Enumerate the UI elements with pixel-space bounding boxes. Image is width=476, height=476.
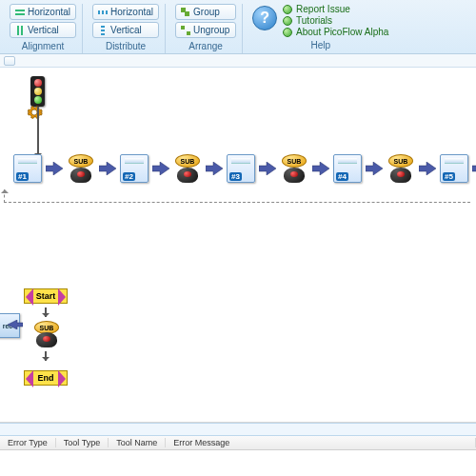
group-label-arrange: Arrange <box>188 41 223 51</box>
ribbon: Horizontal Vertical Alignment Horizontal… <box>0 0 476 54</box>
ribbon-group-distribute: Horizontal Vertical Distribute <box>87 4 166 53</box>
subflow: rec Start SUB End <box>24 288 68 386</box>
svg-rect-0 <box>15 10 25 11</box>
svg-rect-3 <box>21 26 23 35</box>
settings-gear-icon[interactable] <box>26 104 43 121</box>
group-label-help: Help <box>310 40 330 50</box>
ungroup-icon <box>181 26 190 35</box>
svg-rect-9 <box>101 33 105 35</box>
group-label-distribute: Distribute <box>106 41 146 51</box>
distribute-vertical-label: Vertical <box>110 25 142 35</box>
flow-arrow <box>202 162 227 175</box>
help-report-label: Report Issue <box>296 4 350 14</box>
distribute-horizontal-icon <box>98 8 108 17</box>
svg-rect-11 <box>185 11 189 16</box>
sub-badge: SUB <box>175 154 200 168</box>
connector <box>45 351 47 361</box>
svg-rect-7 <box>101 26 105 28</box>
doc-node-badge: #3 <box>229 172 242 181</box>
bullet-icon <box>283 28 292 37</box>
help-tutorials-label: Tutorials <box>296 15 332 26</box>
doc-node-badge: #5 <box>443 172 455 181</box>
ungroup-button[interactable]: Ungroup <box>175 22 236 38</box>
help-about-link[interactable]: About PicoFlow Alpha <box>283 27 388 37</box>
svg-rect-13 <box>187 31 190 35</box>
subflow-sub-node[interactable]: SUB <box>32 321 59 347</box>
doc-node-3[interactable]: #3 <box>227 154 255 183</box>
svg-rect-12 <box>181 26 185 30</box>
grid-col-header[interactable]: Error Type <box>0 438 56 447</box>
traffic-light-icon <box>30 76 45 107</box>
connector <box>45 307 47 317</box>
robot-icon <box>177 168 198 183</box>
robot-icon <box>36 332 57 347</box>
subflow-start-label: Start <box>36 291 56 301</box>
doc-node-5[interactable]: #5 <box>440 154 468 183</box>
sub-badge: SUB <box>69 154 93 168</box>
align-horizontal-button[interactable]: Horizontal <box>10 4 76 20</box>
svg-rect-4 <box>98 10 100 14</box>
doc-node-2[interactable]: #2 <box>120 154 149 183</box>
group-label-text: Group <box>193 7 220 17</box>
doc-node-badge: #4 <box>336 172 348 181</box>
doc-node-4[interactable]: #4 <box>333 154 362 183</box>
distribute-horizontal-button[interactable]: Horizontal <box>92 4 159 20</box>
robot-icon <box>70 168 91 183</box>
quick-toolbar <box>0 54 476 68</box>
grid-col-header[interactable]: Tool Type <box>56 438 109 447</box>
svg-rect-8 <box>101 30 105 31</box>
start-trigger-node[interactable] <box>30 76 45 107</box>
side-connector <box>21 324 23 326</box>
grid-header-row: Error TypeTool TypeTool NameError Messag… <box>0 436 476 450</box>
distribute-vertical-button[interactable]: Vertical <box>92 22 159 38</box>
align-horizontal-icon <box>15 8 25 17</box>
svg-rect-5 <box>102 10 104 14</box>
sub-node-2[interactable]: SUB <box>173 154 202 183</box>
subflow-end-node[interactable]: End <box>24 370 68 386</box>
flow-arrow <box>42 162 67 175</box>
help-about-label: About PicoFlow Alpha <box>296 27 388 37</box>
robot-icon <box>390 168 411 183</box>
flow-arrow <box>255 162 280 175</box>
sub-node-4[interactable]: SUB <box>387 154 415 183</box>
help-report-link[interactable]: Report Issue <box>283 4 388 14</box>
align-vertical-button[interactable]: Vertical <box>10 22 76 38</box>
ribbon-group-arrange: Group Ungroup Arrange <box>169 4 243 53</box>
align-vertical-icon <box>15 26 25 35</box>
flow-arrow <box>95 162 120 175</box>
group-button[interactable]: Group <box>175 4 236 20</box>
svg-rect-2 <box>17 26 19 35</box>
sub-node-1[interactable]: SUB <box>67 154 95 183</box>
loop-back-connector <box>4 189 470 203</box>
horizontal-scrollbar[interactable] <box>0 423 476 436</box>
sub-node-3[interactable]: SUB <box>280 154 308 183</box>
svg-rect-6 <box>106 10 108 14</box>
flow-arrow <box>308 162 333 175</box>
toolbar-button[interactable] <box>4 56 15 66</box>
svg-rect-1 <box>15 13 25 15</box>
bullet-icon <box>283 5 292 14</box>
group-icon <box>181 8 190 17</box>
doc-node-badge: #2 <box>123 172 135 181</box>
help-icon[interactable]: ? <box>252 6 277 30</box>
ribbon-group-alignment: Horizontal Vertical Alignment <box>4 4 83 53</box>
help-tutorials-link[interactable]: Tutorials <box>283 15 388 26</box>
grid-col-header[interactable]: Error Message <box>166 438 476 447</box>
align-horizontal-label: Horizontal <box>28 7 70 17</box>
sub-badge: SUB <box>282 154 307 168</box>
flow-arrow <box>415 162 440 175</box>
flow-arrow <box>149 162 173 175</box>
doc-node-badge: #1 <box>16 172 29 181</box>
distribute-vertical-icon <box>98 26 108 35</box>
flow-canvas[interactable]: #1SUB#2SUB#3SUB#4SUB#5SUB rec Start SUB … <box>0 68 476 423</box>
flow-arrow <box>468 162 476 175</box>
flow-arrow <box>362 162 387 175</box>
ungroup-label-text: Ungroup <box>193 25 229 35</box>
doc-node-1[interactable]: #1 <box>13 154 42 183</box>
subflow-end-label: End <box>38 373 54 383</box>
align-vertical-label: Vertical <box>28 25 59 35</box>
subflow-start-node[interactable]: Start <box>24 288 68 304</box>
bullet-icon <box>283 16 292 26</box>
sub-badge: SUB <box>388 154 413 168</box>
grid-col-header[interactable]: Tool Name <box>109 438 166 447</box>
